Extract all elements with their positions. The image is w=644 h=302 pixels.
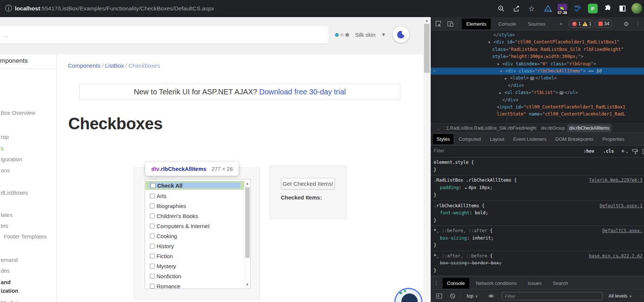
listbox-item[interactable]: Nonfiction: [150, 272, 181, 280]
dom-breadcrumb-item[interactable]: div.rlbGroup: [539, 124, 567, 132]
listbox-item[interactable]: Cooking: [150, 232, 177, 240]
fake-filler-extension-icon[interactable]: F: [588, 4, 598, 13]
breadcrumb-item[interactable]: Checkboxes: [128, 62, 160, 69]
share-icon[interactable]: [512, 4, 522, 13]
dom-breadcrumb-item[interactable]: …: [434, 124, 443, 132]
new-style-rule-button[interactable]: +: [621, 147, 625, 155]
sidebar-item[interactable]: s: [1, 145, 4, 153]
tab-layout[interactable]: Layout: [486, 134, 508, 144]
skin-selector-label[interactable]: Silk skin: [355, 31, 375, 39]
tree-node[interactable]: </style>: [431, 32, 644, 39]
more-tabs-icon[interactable]: »: [558, 21, 564, 26]
listbox-item[interactable]: History: [150, 242, 174, 250]
trial-download-link[interactable]: Download free 30-day trial: [259, 88, 346, 96]
listbox-item[interactable]: Mystery: [150, 262, 176, 270]
skin-dot-2[interactable]: [340, 33, 344, 37]
bookmark-star-icon[interactable]: ☆: [527, 4, 536, 13]
item-checkbox[interactable]: [150, 274, 155, 279]
dark-mode-toggle[interactable]: [393, 26, 409, 43]
css-declaration[interactable]: padding: ▶4px 10px;: [434, 184, 641, 192]
errors-warnings-badge[interactable]: ✕ 1 1: [569, 20, 595, 28]
drawer-tab-issues[interactable]: Issues: [523, 278, 546, 289]
breadcrumb-item[interactable]: Components: [68, 62, 101, 69]
chevron-down-icon[interactable]: ▼: [381, 32, 386, 37]
stylesheet-source-link[interactable]: Telerik.Web…2297e6:3: [589, 177, 643, 184]
drawer-menu-icon[interactable]: ⋮: [434, 280, 439, 286]
tree-node[interactable]: ▼<div tabindex="0" class="rlbGroup">: [431, 61, 644, 68]
css-rule[interactable]: DefaultCS.aspx:1.rlbCheckAllItems {font-…: [431, 201, 644, 226]
stylesheet-source-link[interactable]: DefaultCS.aspx:1: [599, 202, 643, 210]
tree-node-selected[interactable]: ⋯▼<div class="rlbCheckAllItems"> == $0: [431, 68, 644, 75]
profile-avatar[interactable]: [631, 3, 642, 14]
page-scrollbar[interactable]: ▲: [423, 17, 431, 302]
tree-node[interactable]: ▼<div id="ctl00_ContentPlaceholder1_RadL…: [431, 39, 644, 46]
drawer-tab-search[interactable]: Search: [548, 278, 572, 289]
tree-node[interactable]: ▶<label>…</label>: [431, 75, 644, 82]
tab-computed[interactable]: Computed: [455, 134, 484, 144]
rendering-brush-icon[interactable]: [631, 147, 639, 156]
tab-properties[interactable]: Properties: [599, 134, 628, 144]
item-checkbox[interactable]: [150, 204, 155, 208]
expand-arrow-open[interactable]: ▼: [500, 68, 502, 75]
item-checkbox[interactable]: [150, 284, 155, 289]
zoom-out-icon[interactable]: [496, 4, 506, 13]
sidebar-item[interactable]: and: [1, 279, 11, 286]
tree-node[interactable]: ▶<ul class="rlbList">…</ul>: [431, 89, 644, 96]
extensions-puzzle-icon[interactable]: [603, 4, 613, 13]
tab-dom-breakpoints[interactable]: DOM Breakpoints: [552, 134, 597, 144]
devtools-menu-icon[interactable]: ⋮: [634, 20, 642, 28]
sidebar-item[interactable]: ons: [1, 167, 10, 175]
axe-extension-icon[interactable]: ax: [543, 4, 553, 13]
sidebar-item[interactable]: dListBoxes: [1, 189, 28, 197]
expand-arrow-open[interactable]: ▼: [497, 61, 499, 68]
clipped-panel-icon[interactable]: [641, 147, 644, 156]
page-scrollbar-thumb[interactable]: [424, 24, 430, 73]
listbox-item[interactable]: Biographies: [150, 202, 186, 210]
scroll-down-icon[interactable]: ▼: [246, 283, 249, 286]
tree-node[interactable]: lientState" name="ctl00_ContentPlacehold…: [431, 111, 644, 118]
scroll-up-icon[interactable]: ▲: [246, 182, 249, 185]
breadcrumb-item[interactable]: ListBox: [105, 62, 124, 69]
tab-sources[interactable]: Sources: [523, 19, 550, 29]
tab-event-listeners[interactable]: Event Listeners: [509, 134, 550, 144]
tab-console[interactable]: Console: [494, 19, 520, 29]
settings-gear-icon[interactable]: ⚙: [622, 20, 630, 28]
tab-elements[interactable]: Elements: [462, 19, 491, 29]
site-info-icon[interactable]: ⓘ: [4, 4, 13, 13]
listbox-scrollbar[interactable]: ▲ ▼: [244, 179, 250, 289]
tree-node[interactable]: class="RadListBox RadListBox_Silk rlbFix…: [431, 46, 644, 53]
css-declaration[interactable]: box-sizing: inherit;: [434, 235, 641, 242]
hov-toggle[interactable]: :hov: [584, 149, 594, 154]
tree-node[interactable]: <input id="ctl00_ContentPlaceholder1_Rad…: [431, 104, 644, 111]
css-rule[interactable]: element.style {}: [431, 158, 644, 175]
issues-badge[interactable]: 34: [595, 20, 612, 28]
css-rule[interactable]: base.min.cs…022.2.62*, ::after, ::before…: [431, 251, 644, 276]
device-toolbar-icon[interactable]: [446, 20, 454, 28]
skin-dot-1[interactable]: [335, 33, 339, 37]
shorthand-expand-icon[interactable]: ▶: [464, 186, 468, 190]
tab-styles[interactable]: Styles: [433, 134, 453, 144]
check-all-row[interactable]: Check All: [151, 182, 183, 189]
sidebar-item[interactable]: tes: [1, 223, 8, 230]
sidebar-item[interactable]: iguration: [1, 156, 22, 163]
css-declaration[interactable]: box-sizing: border-box;: [434, 260, 641, 267]
expand-arrow-closed[interactable]: ▶: [499, 90, 501, 97]
scrollbar-thumb[interactable]: [245, 187, 250, 258]
item-checkbox[interactable]: [150, 254, 155, 259]
sidebar-item[interactable]: lates: [1, 212, 13, 219]
item-checkbox[interactable]: [150, 264, 155, 269]
inline-expand-button[interactable]: …: [530, 77, 535, 80]
item-checkbox[interactable]: [150, 224, 155, 228]
inspect-element-icon[interactable]: [434, 20, 443, 28]
clear-console-icon[interactable]: [448, 292, 457, 300]
sidebar-item[interactable]: emand: [1, 257, 18, 264]
inline-expand-button[interactable]: …: [559, 91, 564, 95]
stylesheet-source-link[interactable]: base.min.cs…022.2.62: [589, 253, 643, 260]
item-checkbox[interactable]: [150, 244, 155, 249]
console-levels-selector[interactable]: All levels▼: [608, 293, 632, 299]
expand-arrow-closed[interactable]: ▶: [505, 75, 507, 82]
listbox-item[interactable]: Arts: [150, 192, 167, 199]
console-sidebar-icon[interactable]: [435, 292, 443, 300]
sidebar-item[interactable]: ization: [1, 288, 19, 295]
listbox-item[interactable]: Computers & Internet: [150, 222, 210, 230]
